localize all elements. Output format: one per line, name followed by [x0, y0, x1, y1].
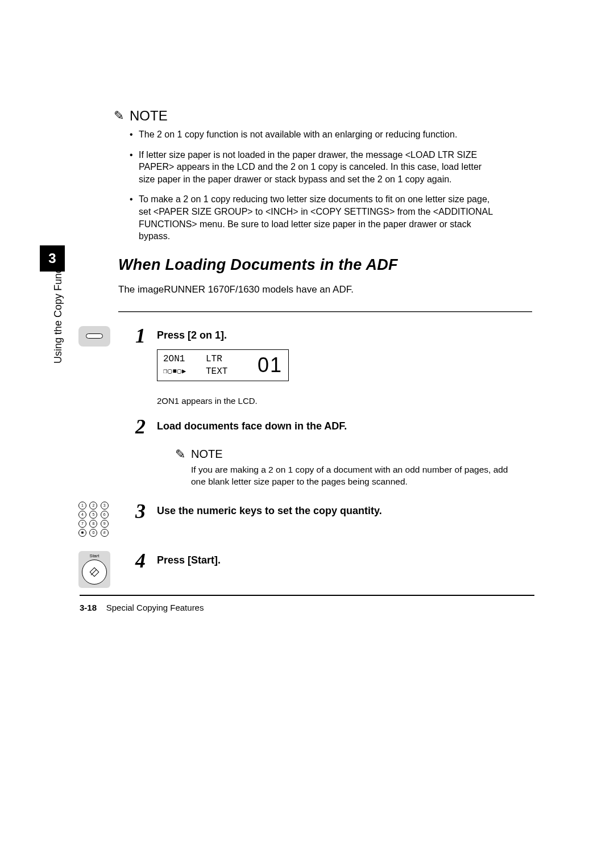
- step-instruction: Press [Start].: [157, 554, 534, 566]
- step-1: 1 Press [2 on 1]. 2ON1 LTR 01 ❐▢■▢▶ TEXT: [118, 329, 534, 381]
- lcd-display: 2ON1 LTR 01 ❐▢■▢▶ TEXT: [157, 349, 289, 381]
- keypad-key: 8: [89, 520, 97, 528]
- step-1-caption: 2ON1 appears in the LCD.: [157, 396, 534, 406]
- note-bullet: If letter size paper is not loaded in th…: [130, 149, 493, 186]
- start-button-icon: Start: [78, 551, 110, 588]
- step-number: 3: [135, 499, 146, 523]
- keypad-key: 6: [101, 511, 109, 519]
- note-heading-text: NOTE: [130, 108, 168, 124]
- numeric-keypad-icon: 123456789✱0#: [78, 502, 110, 537]
- note-1-bullets: The 2 on 1 copy function is not availabl…: [130, 128, 493, 243]
- note-heading-text: NOTE: [191, 448, 223, 461]
- keypad-key: 5: [89, 511, 97, 519]
- lcd-mode: 2ON1: [163, 354, 206, 364]
- footer-rule: [80, 595, 534, 596]
- note-bullet: The 2 on 1 copy function is not availabl…: [130, 128, 493, 141]
- step-number: 2: [135, 415, 146, 439]
- keypad-key: 3: [101, 502, 109, 510]
- lcd-paper: LTR: [206, 354, 248, 364]
- footer-title: Special Copying Features: [106, 603, 204, 612]
- page-footer: 3-18 Special Copying Features: [80, 603, 534, 612]
- step-3: 123456789✱0# 3 Use the numeric keys to s…: [118, 505, 534, 517]
- note-heading-2: ✎ NOTE: [175, 447, 534, 462]
- step-2: 2 Load documents face down in the ADF.: [118, 420, 534, 432]
- step-4: Start 4 Press [Start].: [118, 554, 534, 566]
- note-2-body: If you are making a 2 on 1 copy of a doc…: [191, 464, 509, 488]
- separator: [118, 311, 532, 312]
- section-intro: The imageRUNNER 1670F/1630 models have a…: [118, 284, 534, 295]
- keypad-key: 1: [78, 502, 86, 510]
- keypad-key: 0: [89, 529, 97, 537]
- section-heading: When Loading Documents in the ADF: [118, 256, 534, 274]
- keypad-key: 9: [101, 520, 109, 528]
- lcd-icons: ❐▢■▢▶: [163, 367, 206, 375]
- lcd-quality: TEXT: [206, 366, 248, 377]
- pencil-icon: ✎: [114, 108, 124, 123]
- keypad-key: 7: [78, 520, 86, 528]
- step-instruction: Press [2 on 1].: [157, 329, 534, 341]
- side-chapter-label: Using the Copy Functions: [52, 247, 64, 364]
- step-instruction: Load documents face down in the ADF.: [157, 420, 534, 432]
- lcd-quantity: 01: [248, 353, 283, 377]
- step-number: 1: [135, 324, 146, 348]
- page-number: 3-18: [80, 603, 97, 612]
- keypad-key: #: [101, 529, 109, 537]
- keypad-key: ✱: [78, 529, 86, 537]
- step-number: 4: [135, 549, 146, 573]
- pencil-icon: ✎: [175, 447, 185, 462]
- keypad-key: 4: [78, 511, 86, 519]
- page-content: 3 Using the Copy Functions ✎ NOTE The 2 …: [80, 108, 534, 612]
- button-2on1-icon: [78, 326, 110, 347]
- start-label: Start: [81, 553, 108, 558]
- note-bullet: To make a 2 on 1 copy reducing two lette…: [130, 193, 493, 242]
- step-instruction: Use the numeric keys to set the copy qua…: [157, 505, 534, 517]
- keypad-key: 2: [89, 502, 97, 510]
- note-heading-1: ✎ NOTE: [114, 108, 534, 124]
